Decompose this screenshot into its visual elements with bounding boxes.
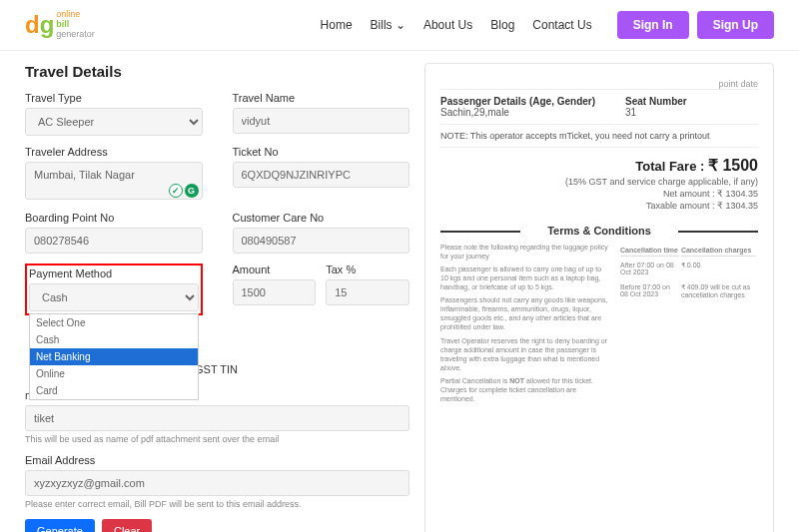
tc-td: ₹ 409.09 will be cut as cancellation cha… [681, 280, 756, 301]
tax-label: Tax % [326, 264, 409, 275]
tax-input[interactable] [326, 279, 409, 305]
filename-note: This will be used as name of pdf attachm… [25, 434, 409, 444]
customer-care-input[interactable] [233, 228, 410, 254]
payment-method-select[interactable]: Cash [29, 283, 199, 311]
passenger-value: Sachin,29,male [440, 107, 595, 118]
boarding-point-input[interactable] [25, 228, 203, 254]
grammarly-icon: ✓G [169, 184, 199, 198]
signin-button[interactable]: Sign In [617, 11, 689, 39]
ticket-no-input[interactable] [233, 162, 410, 188]
nav-home[interactable]: Home [321, 18, 353, 32]
payment-option[interactable]: Select One [30, 314, 198, 331]
cancellation-table: Cancellation timeCancellation charges Af… [618, 243, 758, 303]
passenger-label: Passenger Details (Age, Gender) [440, 96, 595, 107]
tc-text: Passengers should not carry any goods li… [440, 295, 608, 331]
ticket-no-label: Ticket No [233, 146, 410, 158]
payment-option[interactable]: Cash [30, 331, 198, 348]
tc-td: After 07:00 on 08 Oct 2023 [620, 259, 679, 278]
payment-method-dropdown: Select One Cash Net Banking Online Card [29, 313, 199, 400]
tc-text: Travel Operator reserves the right to de… [440, 336, 608, 372]
total-fare-label: Total Fare : [635, 159, 704, 174]
tc-text: Each passenger is allowed to carry one b… [440, 265, 608, 291]
main-nav: Home Bills ⌄ About Us Blog Contact Us [321, 18, 592, 32]
payment-method-label: Payment Method [29, 267, 199, 279]
email-note: Please enter correct email, Bill PDF wil… [25, 499, 409, 509]
point-date: point date [440, 79, 758, 89]
travel-type-label: Travel Type [25, 92, 203, 104]
boarding-point-label: Boarding Point No [25, 212, 203, 224]
payment-option[interactable]: Card [30, 382, 198, 399]
generate-button[interactable]: Generate [25, 519, 95, 532]
gst-note: (15% GST and service charge applicable, … [440, 177, 758, 187]
logo[interactable]: dg onlinebillgenerator [25, 10, 95, 40]
email-input[interactable] [25, 470, 409, 496]
nav-contact[interactable]: Contact Us [532, 18, 591, 32]
nav-bills[interactable]: Bills ⌄ [371, 18, 405, 32]
amount-label: Amount [233, 264, 317, 275]
nav-blog[interactable]: Blog [490, 18, 514, 32]
taxable-amount: Taxable amount : ₹ 1304.35 [440, 201, 758, 211]
gst-tin-label: GST TIN [195, 363, 409, 375]
customer-care-label: Customer Care No [233, 212, 410, 224]
tc-text: Partial Cancellation is NOT allowed for … [440, 376, 608, 403]
nav-about[interactable]: About Us [423, 18, 472, 32]
mticket-note: NOTE: This operator accepts mTicket, you… [440, 124, 758, 147]
chevron-down-icon: ⌄ [396, 18, 405, 32]
tc-td: Before 07:00 on 08 Oct 2023 [620, 280, 679, 301]
section-title: Travel Details [25, 63, 409, 80]
net-amount: Net amount : ₹ 1304.35 [440, 189, 758, 199]
payment-option[interactable]: Net Banking [30, 348, 198, 365]
email-label: Email Address [25, 454, 409, 466]
tc-td: ₹ 0.00 [681, 259, 756, 278]
tc-intro: Please note the following regarding the … [440, 243, 608, 261]
tc-th: Cancellation time [620, 245, 679, 257]
preview-panel: point date Passenger Details (Age, Gende… [424, 63, 774, 532]
signup-button[interactable]: Sign Up [697, 11, 774, 39]
travel-type-select[interactable]: AC Sleeper [25, 108, 203, 136]
total-fare-value: ₹ 1500 [708, 157, 758, 174]
travel-name-label: Travel Name [233, 92, 410, 104]
traveler-address-label: Traveler Address [25, 146, 203, 158]
amount-input[interactable] [233, 279, 317, 305]
travel-name-input[interactable] [233, 108, 410, 134]
seat-label: Seat Number [625, 96, 687, 107]
clear-button[interactable]: Clear [102, 519, 152, 532]
tc-title: Terms & Conditions [440, 219, 758, 243]
payment-option[interactable]: Online [30, 365, 198, 382]
tc-th: Cancellation charges [681, 245, 756, 257]
filename-input[interactable] [25, 405, 409, 431]
seat-value: 31 [625, 107, 687, 118]
